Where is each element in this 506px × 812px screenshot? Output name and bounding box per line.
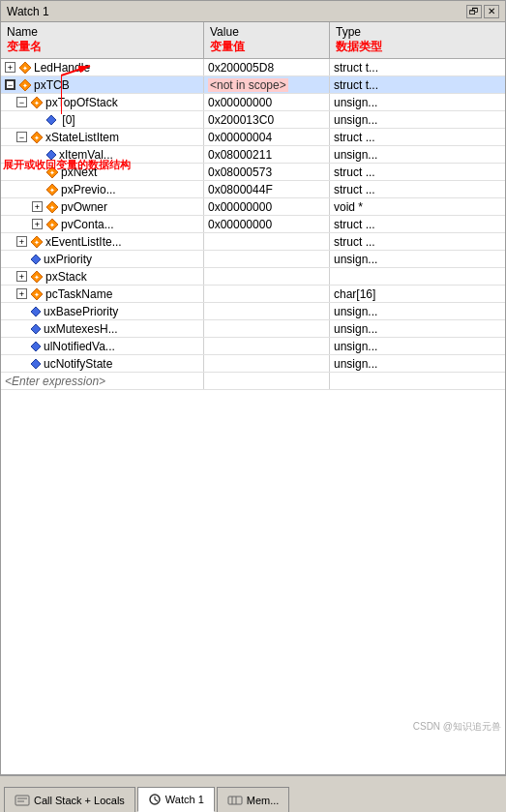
table-row[interactable]: ulNotifiedVa... unsign... [1, 338, 505, 355]
expander-pxtop[interactable]: − [16, 97, 27, 107]
title-bar: Watch 1 🗗 ✕ [0, 0, 506, 21]
var-name: pxNext [61, 165, 97, 179]
name-cell: − ✦ pxTCB [1, 76, 204, 93]
tab-callstack[interactable]: Call Stack + Locals [4, 787, 135, 812]
expander-pvowner[interactable]: + [32, 201, 43, 212]
name-cell: uxPriority [1, 251, 204, 267]
col-header-name: Name 变量名 [1, 22, 204, 58]
table-row[interactable]: + ✦ LedHandle 0x200005D8 struct t... [1, 59, 505, 76]
value-cell: 0x0800044F [204, 181, 330, 197]
expander-pxtcb[interactable]: − [5, 79, 15, 90]
value-cell: 0x200013C0 [204, 111, 330, 128]
diamond-icon [30, 306, 42, 317]
svg-marker-28 [31, 342, 41, 351]
diamond-icon [30, 254, 42, 265]
diamond-icon [30, 358, 42, 370]
close-button[interactable]: ✕ [484, 5, 499, 18]
svg-text:✦: ✦ [34, 100, 40, 106]
table-row[interactable]: <Enter expression> [1, 373, 505, 390]
var-name: pxTCB [34, 78, 70, 92]
expander-xstate[interactable]: − [16, 132, 27, 142]
table-row[interactable]: xItemVal... 0x08000211 unsign... [1, 146, 505, 164]
table-row[interactable]: − ✦ pxTCB <not in scope> struct t... [1, 76, 505, 94]
type-cell: void * [330, 198, 505, 215]
tab-mem-label: Mem... [247, 795, 280, 806]
table-row[interactable]: uxMutexesH... unsign... [1, 320, 505, 338]
name-cell: ulNotifiedVa... [1, 338, 204, 354]
svg-marker-27 [31, 324, 41, 334]
table-row[interactable]: − ✦ pxTopOfStack 0x00000000 unsign... [1, 94, 505, 111]
var-name: pvConta... [61, 218, 114, 231]
expander-pxstack[interactable]: + [16, 271, 27, 282]
col-name-cn: 变量名 [7, 39, 197, 55]
var-name: [0] [59, 113, 75, 127]
var-name: xStateListItem [45, 131, 119, 144]
pin-button[interactable]: 🗗 [466, 5, 482, 18]
value-cell [204, 373, 330, 389]
name-cell: + ✦ xEventListIte... [1, 233, 204, 250]
title-bar-icons: 🗗 ✕ [466, 5, 499, 18]
table-row[interactable]: ✦ pxPrevio... 0x0800044F struct ... [1, 181, 505, 198]
name-cell: + ✦ LedHandle [1, 59, 204, 75]
table-row[interactable]: ✦ pxNext 0x08000573 struct ... [1, 164, 505, 181]
name-cell: uxBasePriority [1, 303, 204, 319]
table-row[interactable]: + ✦ pxStack [1, 268, 505, 286]
var-name: pxPrevio... [61, 183, 116, 196]
var-name: LedHandle [34, 61, 90, 75]
table-row[interactable]: + ✦ xEventListIte... struct ... [1, 233, 505, 251]
type-cell: unsign... [330, 320, 505, 337]
svg-marker-29 [31, 359, 41, 369]
name-cell: − ✦ pxTopOfStack [1, 94, 204, 110]
diamond-icon [30, 323, 42, 335]
name-cell: <Enter expression> [1, 373, 204, 389]
diamond-icon [45, 149, 57, 161]
table-row[interactable]: [0] 0x200013C0 unsign... [1, 111, 505, 129]
table-row[interactable]: uxBasePriority unsign... [1, 303, 505, 320]
tab-watch1[interactable]: Watch 1 [137, 787, 215, 812]
struct-icon: ✦ [45, 183, 59, 196]
table-header: Name 变量名 Value 变量值 Type 数据类型 [1, 22, 505, 59]
expander-pctask[interactable]: + [16, 288, 27, 299]
value-cell: 0x08000573 [204, 164, 330, 180]
table-row[interactable]: + ✦ pcTaskName char[16] [1, 286, 505, 303]
svg-text:✦: ✦ [49, 222, 55, 228]
value-cell: 0x200005D8 [204, 59, 330, 75]
var-name: uxPriority [44, 253, 92, 266]
table-row[interactable]: + ✦ pvConta... 0x00000000 struct ... [1, 216, 505, 233]
type-cell: struct ... [330, 233, 505, 250]
col-type-en: Type [336, 25, 499, 39]
struct-icon: ✦ [45, 218, 59, 231]
value-cell: 0x00000004 [204, 129, 330, 145]
table-row[interactable]: − ✦ xStateListItem 0x00000004 struct ... [1, 129, 505, 146]
table-row[interactable]: ucNotifyState unsign... [1, 355, 505, 373]
tab-mem[interactable]: Mem... [217, 787, 290, 812]
name-cell: − ✦ xStateListItem [1, 129, 204, 145]
expander-ledhandle[interactable]: + [5, 62, 15, 73]
type-cell: struct t... [330, 59, 505, 75]
svg-text:✦: ✦ [22, 65, 28, 72]
type-cell: struct ... [330, 181, 505, 197]
enter-expression[interactable]: <Enter expression> [5, 375, 105, 388]
svg-text:✦: ✦ [34, 291, 40, 298]
struct-icon: ✦ [30, 270, 44, 284]
name-cell: ✦ pxNext [1, 164, 204, 180]
main-content: Name 变量名 Value 变量值 Type 数据类型 展开或收回变量的数据结… [0, 21, 506, 775]
struct-icon: ✦ [18, 78, 32, 92]
type-cell: unsign... [330, 94, 505, 110]
type-cell: char[16] [330, 286, 505, 302]
value-cell [204, 251, 330, 267]
svg-rect-30 [15, 796, 29, 805]
table-row[interactable]: + ✦ pvOwner 0x00000000 void * [1, 198, 505, 216]
value-cell: 0x00000000 [204, 198, 330, 215]
expander-xevent[interactable]: + [16, 236, 27, 247]
title-bar-text: Watch 1 [7, 5, 49, 18]
expander-pvconta[interactable]: + [32, 219, 43, 229]
type-cell [330, 373, 505, 389]
table-body[interactable]: + ✦ LedHandle 0x200005D8 struct t... − ✦… [1, 59, 505, 774]
callstack-icon [15, 794, 30, 807]
bottom-tabs: Call Stack + Locals Watch 1 Mem... [0, 775, 506, 812]
name-cell: xItemVal... [1, 146, 204, 163]
value-cell [204, 338, 330, 354]
table-row[interactable]: uxPriority unsign... [1, 251, 505, 268]
svg-marker-21 [31, 255, 41, 264]
